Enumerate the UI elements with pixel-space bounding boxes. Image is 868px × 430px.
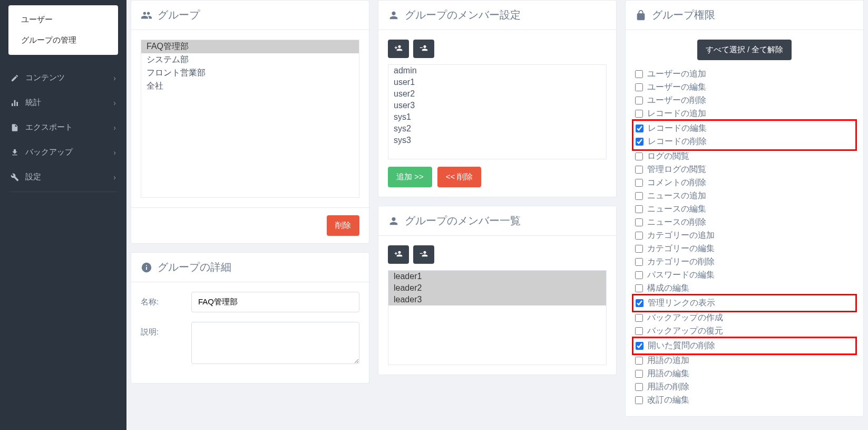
nav-label: コンテンツ: [25, 73, 65, 83]
permission-checkbox[interactable]: [635, 166, 643, 174]
nav-label: エクスポート: [25, 122, 73, 132]
edit-icon: [11, 74, 19, 82]
user-option[interactable]: sys1: [388, 111, 606, 123]
group-option[interactable]: システム部: [141, 53, 359, 66]
user-option[interactable]: sys3: [388, 135, 606, 146]
permission-checkbox[interactable]: [635, 179, 643, 187]
permission-checkbox[interactable]: [635, 284, 643, 292]
permission-checkbox[interactable]: [635, 192, 643, 200]
permission-label: バックアップの復元: [647, 326, 723, 337]
description-textarea[interactable]: [191, 322, 359, 364]
sidebar-submenu: ユーザー グループの管理: [8, 5, 118, 55]
sidebar-nav-stats[interactable]: 統計›: [0, 90, 126, 115]
group-option[interactable]: 全社: [141, 80, 359, 93]
user-option[interactable]: sys2: [388, 123, 606, 135]
remove-button[interactable]: << 削除: [437, 167, 482, 187]
permission-item: カテゴリーの追加: [635, 229, 854, 242]
permission-checkbox[interactable]: [635, 83, 643, 91]
permission-checkbox[interactable]: [635, 357, 643, 365]
user-option[interactable]: user3: [388, 100, 606, 111]
permission-label: コメントの削除: [647, 177, 706, 188]
permission-checkbox[interactable]: [635, 152, 643, 160]
sidebar-nav-wrench[interactable]: 設定›: [0, 165, 126, 189]
remove-member-icon-button-2[interactable]: [413, 245, 434, 264]
permission-label: レコードの追加: [647, 108, 706, 119]
members-set-card: グループのメンバー設定 adminuser1user2user3sys1sys2…: [378, 0, 617, 197]
permission-checkbox[interactable]: [636, 342, 643, 350]
permission-item: ログの閲覧: [635, 150, 854, 163]
permission-checkbox[interactable]: [635, 205, 643, 213]
permission-checkbox[interactable]: [635, 218, 643, 226]
permission-label: 用語の削除: [647, 381, 689, 393]
permission-checkbox[interactable]: [636, 125, 643, 132]
sidebar-nav-download[interactable]: バックアップ›: [0, 140, 126, 165]
permission-item: ニュースの追加: [635, 189, 854, 203]
permission-checkbox[interactable]: [635, 271, 643, 279]
user-option[interactable]: user2: [388, 88, 606, 100]
groups-listbox[interactable]: FAQ管理部システム部フロント営業部全社: [141, 40, 359, 198]
permission-item: 用語の削除: [635, 380, 854, 394]
group-option[interactable]: FAQ管理部: [141, 40, 359, 53]
permission-item: 開いた質問の削除: [636, 339, 853, 352]
permission-label: バックアップの作成: [647, 312, 723, 323]
member-option[interactable]: leader1: [388, 271, 606, 282]
permission-item: 管理ログの閲覧: [635, 163, 854, 176]
user-option[interactable]: user1: [388, 77, 606, 88]
permission-label: ユーザーの編集: [647, 82, 706, 93]
delete-group-button[interactable]: 削除: [327, 215, 359, 236]
user-option[interactable]: admin: [388, 65, 606, 77]
permission-item: ユーザーの編集: [635, 81, 854, 94]
permission-checkbox[interactable]: [636, 138, 643, 146]
chevron-right-icon: ›: [113, 148, 116, 157]
highlight-box: レコードの編集レコードの削除: [632, 119, 857, 151]
lock-icon: [635, 9, 647, 21]
description-label: 説明:: [141, 322, 183, 337]
permission-checkbox[interactable]: [635, 70, 643, 78]
permission-label: 用語の編集: [647, 368, 689, 379]
permission-label: レコードの削除: [648, 136, 707, 147]
current-members-listbox[interactable]: leader1leader2leader3: [388, 270, 607, 365]
permission-checkbox[interactable]: [635, 258, 643, 266]
permission-item: 改訂の編集: [635, 394, 854, 407]
permission-checkbox[interactable]: [635, 232, 643, 240]
nav-label: バックアップ: [25, 147, 73, 157]
available-users-listbox[interactable]: adminuser1user2user3sys1sys2sys3: [388, 64, 607, 159]
permissions-list: ユーザーの追加ユーザーの編集ユーザーの削除レコードの追加レコードの編集レコードの…: [635, 68, 854, 407]
add-member-icon-button-2[interactable]: [388, 245, 409, 264]
permission-checkbox[interactable]: [635, 97, 643, 104]
permission-checkbox[interactable]: [635, 370, 643, 378]
permission-item: カテゴリーの削除: [635, 255, 854, 269]
permission-checkbox[interactable]: [635, 245, 643, 253]
add-member-icon-button[interactable]: [388, 40, 409, 58]
member-option[interactable]: leader3: [388, 294, 606, 305]
permission-checkbox[interactable]: [635, 383, 643, 391]
permission-item: ニュースの編集: [635, 203, 854, 216]
permission-label: カテゴリーの削除: [647, 256, 715, 267]
name-input[interactable]: [191, 292, 359, 312]
permission-checkbox[interactable]: [635, 327, 643, 335]
permission-checkbox[interactable]: [636, 299, 643, 307]
sidebar-item-groups[interactable]: グループの管理: [8, 30, 118, 51]
permission-item: コメントの削除: [635, 176, 854, 189]
info-icon: [141, 262, 152, 273]
permission-checkbox[interactable]: [635, 396, 643, 404]
groups-card-header: グループ: [131, 1, 369, 30]
sidebar-nav-edit[interactable]: コンテンツ›: [0, 65, 126, 90]
add-button[interactable]: 追加 >>: [388, 167, 432, 187]
nav-label: 統計: [25, 98, 41, 108]
group-option[interactable]: フロント営業部: [141, 66, 359, 80]
user-icon: [388, 9, 399, 21]
permission-checkbox[interactable]: [635, 110, 643, 118]
permissions-title: グループ権限: [652, 8, 715, 22]
highlight-box: 開いた質問の削除: [632, 337, 857, 355]
permission-item: バックアップの復元: [635, 324, 854, 338]
remove-member-icon-button[interactable]: [413, 40, 434, 58]
permission-item: 用語の追加: [635, 354, 854, 367]
permission-label: ログの閲覧: [647, 151, 689, 162]
member-option[interactable]: leader2: [388, 282, 606, 294]
group-details-card: グループの詳細 名称: 説明:: [131, 252, 369, 384]
sidebar-nav-file[interactable]: エクスポート›: [0, 115, 126, 140]
select-all-toggle-button[interactable]: すべて選択 / 全て解除: [697, 40, 792, 60]
permission-checkbox[interactable]: [635, 314, 643, 322]
sidebar-item-users[interactable]: ユーザー: [8, 9, 118, 30]
